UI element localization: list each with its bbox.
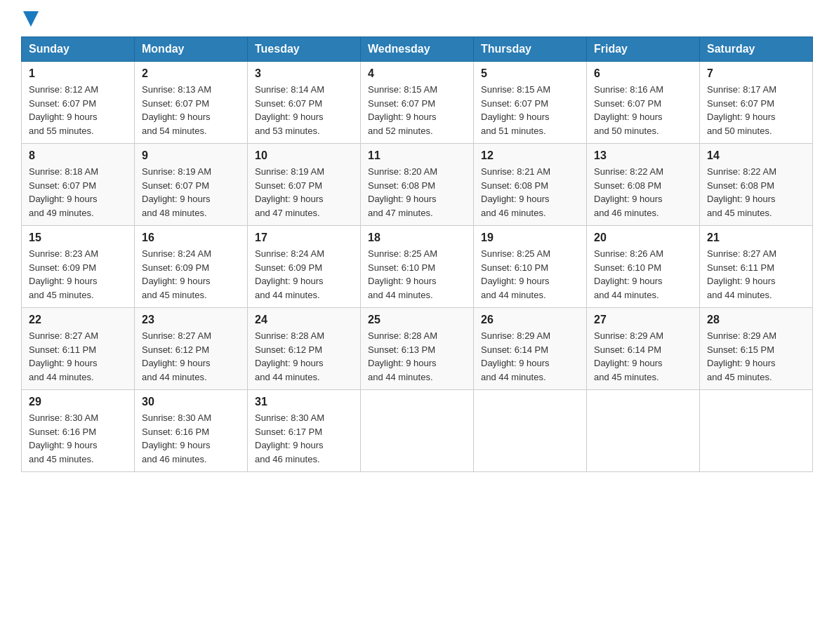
logo [21, 14, 39, 22]
calendar-week-row: 8 Sunrise: 8:18 AMSunset: 6:07 PMDayligh… [22, 144, 813, 226]
calendar-day-cell: 15 Sunrise: 8:23 AMSunset: 6:09 PMDaylig… [22, 226, 135, 308]
calendar-day-cell: 25 Sunrise: 8:28 AMSunset: 6:13 PMDaylig… [361, 308, 474, 390]
day-info: Sunrise: 8:22 AMSunset: 6:08 PMDaylight:… [594, 165, 692, 220]
calendar-day-cell: 23 Sunrise: 8:27 AMSunset: 6:12 PMDaylig… [135, 308, 248, 390]
day-number: 29 [29, 396, 127, 408]
day-info: Sunrise: 8:24 AMSunset: 6:09 PMDaylight:… [255, 247, 353, 302]
calendar-day-cell [474, 390, 587, 472]
day-info: Sunrise: 8:20 AMSunset: 6:08 PMDaylight:… [368, 165, 466, 220]
calendar-table: SundayMondayTuesdayWednesdayThursdayFrid… [21, 36, 813, 472]
calendar-day-cell: 7 Sunrise: 8:17 AMSunset: 6:07 PMDayligh… [700, 62, 813, 144]
day-info: Sunrise: 8:28 AMSunset: 6:12 PMDaylight:… [255, 329, 353, 384]
day-number: 18 [368, 232, 466, 244]
calendar-day-cell: 30 Sunrise: 8:30 AMSunset: 6:16 PMDaylig… [135, 390, 248, 472]
day-info: Sunrise: 8:30 AMSunset: 6:16 PMDaylight:… [29, 411, 127, 466]
day-info: Sunrise: 8:23 AMSunset: 6:09 PMDaylight:… [29, 247, 127, 302]
calendar-day-cell: 27 Sunrise: 8:29 AMSunset: 6:14 PMDaylig… [587, 308, 700, 390]
day-number: 3 [255, 67, 353, 80]
calendar-day-cell: 11 Sunrise: 8:20 AMSunset: 6:08 PMDaylig… [361, 144, 474, 226]
day-info: Sunrise: 8:22 AMSunset: 6:08 PMDaylight:… [707, 165, 805, 220]
calendar-day-cell: 13 Sunrise: 8:22 AMSunset: 6:08 PMDaylig… [587, 144, 700, 226]
calendar-day-cell: 31 Sunrise: 8:30 AMSunset: 6:17 PMDaylig… [248, 390, 361, 472]
calendar-day-cell: 28 Sunrise: 8:29 AMSunset: 6:15 PMDaylig… [700, 308, 813, 390]
day-info: Sunrise: 8:16 AMSunset: 6:07 PMDaylight:… [594, 83, 692, 137]
day-number: 31 [255, 396, 353, 408]
calendar-day-cell: 12 Sunrise: 8:21 AMSunset: 6:08 PMDaylig… [474, 144, 587, 226]
calendar-day-cell: 4 Sunrise: 8:15 AMSunset: 6:07 PMDayligh… [361, 62, 474, 144]
calendar-day-cell: 10 Sunrise: 8:19 AMSunset: 6:07 PMDaylig… [248, 144, 361, 226]
day-number: 10 [255, 149, 353, 162]
calendar-day-cell: 19 Sunrise: 8:25 AMSunset: 6:10 PMDaylig… [474, 226, 587, 308]
calendar-day-cell: 1 Sunrise: 8:12 AMSunset: 6:07 PMDayligh… [22, 62, 135, 144]
calendar-week-row: 29 Sunrise: 8:30 AMSunset: 6:16 PMDaylig… [22, 390, 813, 472]
weekday-header-thursday: Thursday [474, 37, 587, 62]
calendar-day-cell: 17 Sunrise: 8:24 AMSunset: 6:09 PMDaylig… [248, 226, 361, 308]
weekday-header-sunday: Sunday [22, 37, 135, 62]
calendar-day-cell [361, 390, 474, 472]
weekday-header-row: SundayMondayTuesdayWednesdayThursdayFrid… [22, 37, 813, 62]
day-info: Sunrise: 8:29 AMSunset: 6:15 PMDaylight:… [707, 329, 805, 384]
day-number: 30 [142, 396, 240, 408]
day-info: Sunrise: 8:14 AMSunset: 6:07 PMDaylight:… [255, 83, 353, 137]
day-info: Sunrise: 8:29 AMSunset: 6:14 PMDaylight:… [594, 329, 692, 384]
day-number: 24 [255, 314, 353, 326]
day-info: Sunrise: 8:25 AMSunset: 6:10 PMDaylight:… [368, 247, 466, 302]
day-number: 6 [594, 67, 692, 80]
day-info: Sunrise: 8:15 AMSunset: 6:07 PMDaylight:… [368, 83, 466, 137]
day-number: 15 [29, 232, 127, 244]
day-number: 14 [707, 149, 805, 162]
day-number: 11 [368, 149, 466, 162]
calendar-day-cell: 20 Sunrise: 8:26 AMSunset: 6:10 PMDaylig… [587, 226, 700, 308]
day-number: 27 [594, 314, 692, 326]
calendar-day-cell: 14 Sunrise: 8:22 AMSunset: 6:08 PMDaylig… [700, 144, 813, 226]
day-number: 16 [142, 232, 240, 244]
weekday-header-friday: Friday [587, 37, 700, 62]
weekday-header-tuesday: Tuesday [248, 37, 361, 62]
day-info: Sunrise: 8:27 AMSunset: 6:11 PMDaylight:… [29, 329, 127, 384]
day-info: Sunrise: 8:30 AMSunset: 6:16 PMDaylight:… [142, 411, 240, 466]
day-info: Sunrise: 8:29 AMSunset: 6:14 PMDaylight:… [481, 329, 579, 384]
day-number: 2 [142, 67, 240, 80]
calendar-day-cell: 26 Sunrise: 8:29 AMSunset: 6:14 PMDaylig… [474, 308, 587, 390]
svg-marker-0 [23, 11, 39, 27]
day-number: 9 [142, 149, 240, 162]
day-number: 4 [368, 67, 466, 80]
day-number: 26 [481, 314, 579, 326]
calendar-day-cell: 22 Sunrise: 8:27 AMSunset: 6:11 PMDaylig… [22, 308, 135, 390]
day-info: Sunrise: 8:13 AMSunset: 6:07 PMDaylight:… [142, 83, 240, 137]
day-number: 19 [481, 232, 579, 244]
day-number: 20 [594, 232, 692, 244]
day-number: 12 [481, 149, 579, 162]
weekday-header-saturday: Saturday [700, 37, 813, 62]
calendar-week-row: 1 Sunrise: 8:12 AMSunset: 6:07 PMDayligh… [22, 62, 813, 144]
day-number: 22 [29, 314, 127, 326]
day-number: 23 [142, 314, 240, 326]
calendar-day-cell [700, 390, 813, 472]
calendar-day-cell: 5 Sunrise: 8:15 AMSunset: 6:07 PMDayligh… [474, 62, 587, 144]
day-number: 7 [707, 67, 805, 80]
day-info: Sunrise: 8:18 AMSunset: 6:07 PMDaylight:… [29, 165, 127, 220]
calendar-day-cell: 16 Sunrise: 8:24 AMSunset: 6:09 PMDaylig… [135, 226, 248, 308]
day-info: Sunrise: 8:27 AMSunset: 6:11 PMDaylight:… [707, 247, 805, 302]
day-info: Sunrise: 8:25 AMSunset: 6:10 PMDaylight:… [481, 247, 579, 302]
calendar-day-cell: 9 Sunrise: 8:19 AMSunset: 6:07 PMDayligh… [135, 144, 248, 226]
calendar-day-cell: 8 Sunrise: 8:18 AMSunset: 6:07 PMDayligh… [22, 144, 135, 226]
day-info: Sunrise: 8:21 AMSunset: 6:08 PMDaylight:… [481, 165, 579, 220]
day-info: Sunrise: 8:28 AMSunset: 6:13 PMDaylight:… [368, 329, 466, 384]
day-number: 13 [594, 149, 692, 162]
day-info: Sunrise: 8:24 AMSunset: 6:09 PMDaylight:… [142, 247, 240, 302]
day-info: Sunrise: 8:19 AMSunset: 6:07 PMDaylight:… [255, 165, 353, 220]
calendar-day-cell [587, 390, 700, 472]
calendar-day-cell: 2 Sunrise: 8:13 AMSunset: 6:07 PMDayligh… [135, 62, 248, 144]
day-info: Sunrise: 8:17 AMSunset: 6:07 PMDaylight:… [707, 83, 805, 137]
day-info: Sunrise: 8:19 AMSunset: 6:07 PMDaylight:… [142, 165, 240, 220]
day-number: 1 [29, 67, 127, 80]
calendar-day-cell: 3 Sunrise: 8:14 AMSunset: 6:07 PMDayligh… [248, 62, 361, 144]
calendar-week-row: 15 Sunrise: 8:23 AMSunset: 6:09 PMDaylig… [22, 226, 813, 308]
day-number: 8 [29, 149, 127, 162]
day-info: Sunrise: 8:15 AMSunset: 6:07 PMDaylight:… [481, 83, 579, 137]
day-number: 5 [481, 67, 579, 80]
logo-triangle-icon [23, 11, 39, 27]
day-number: 21 [707, 232, 805, 244]
calendar-day-cell: 18 Sunrise: 8:25 AMSunset: 6:10 PMDaylig… [361, 226, 474, 308]
